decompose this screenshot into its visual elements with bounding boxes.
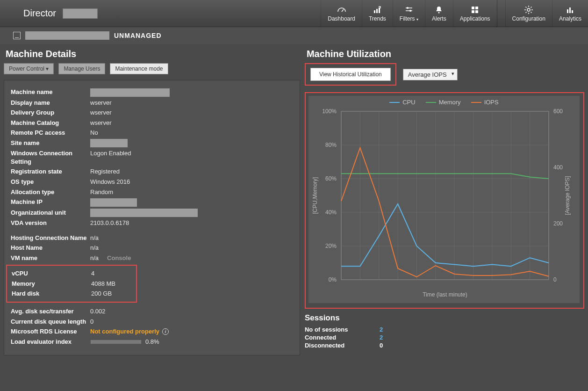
svg-rect-10 — [475, 7, 478, 9]
label-load: Load evaluator index — [11, 338, 90, 346]
value-rds: Not configured properly — [90, 327, 159, 336]
svg-line-0 — [342, 9, 344, 12]
svg-text:Time (last minute): Time (last minute) — [423, 291, 467, 298]
label-connected: Connected — [305, 334, 380, 341]
value-hard-disk: 200 GB — [91, 290, 112, 298]
label-rds: Microsoft RDS License — [11, 327, 90, 336]
svg-line-18 — [526, 7, 527, 7]
nav-configuration[interactable]: Configuration — [505, 0, 552, 27]
svg-text:[Average IOPS]: [Average IOPS] — [564, 176, 571, 215]
nav-dashboard[interactable]: Dashboard — [321, 0, 362, 27]
label-org-unit: Organizational unit — [11, 209, 90, 217]
label-reg-state: Registration state — [11, 167, 90, 176]
value-alloc-type: Random — [90, 188, 113, 196]
value-machine-catalog: wserver — [90, 119, 112, 127]
label-machine-name: Machine name — [11, 88, 90, 97]
svg-text:600: 600 — [553, 108, 563, 115]
svg-point-13 — [527, 8, 530, 11]
value-host-conn: n/a — [90, 234, 99, 242]
view-historical-highlight: View Historical Utilization — [305, 63, 396, 86]
svg-rect-22 — [567, 9, 568, 13]
power-control-button[interactable]: Power Control ▾ — [4, 63, 54, 74]
value-reg-state: Registered — [90, 167, 120, 176]
view-historical-button[interactable]: View Historical Utilization — [310, 68, 391, 81]
nav-label: Analytics — [559, 15, 581, 22]
utilization-controls: View Historical Utilization Average IOPS — [305, 63, 584, 86]
unmanaged-badge: UNMANAGED — [114, 32, 162, 39]
nav-alerts[interactable]: Alerts — [425, 0, 453, 27]
svg-text:200: 200 — [553, 220, 563, 227]
svg-text:40%: 40% — [325, 209, 337, 216]
console-link[interactable]: Console — [107, 254, 131, 261]
value-remote-pc: No — [90, 129, 98, 137]
machine-actions-row: Power Control ▾ Manage Users Maintenance… — [4, 63, 300, 74]
value-vm-name: n/a — [90, 254, 99, 261]
value-display-name: wserver — [90, 99, 112, 107]
filter-icon — [404, 5, 414, 14]
label-hard-disk: Hard disk — [12, 290, 91, 298]
value-load: 0.8% — [145, 338, 159, 345]
svg-text:[CPU,Memory]: [CPU,Memory] — [312, 177, 318, 214]
legend-memory: Memory — [439, 99, 461, 106]
nav-applications[interactable]: Applications — [453, 0, 497, 27]
value-avg-disk: 0.002 — [90, 307, 106, 316]
svg-text:0: 0 — [553, 276, 557, 283]
apps-grid-icon — [470, 5, 480, 14]
nav-analytics[interactable]: Analytics — [552, 0, 588, 27]
svg-text:100%: 100% — [322, 108, 337, 115]
resources-highlight: vCPU4 Memory4088 MB Hard disk200 GB — [6, 265, 137, 303]
value-disconnected: 0 — [380, 342, 383, 349]
label-machine-ip: Machine IP — [11, 198, 90, 207]
nav-label: Alerts — [432, 15, 446, 22]
brand-redacted — [63, 8, 98, 19]
machine-utilization-title: Machine Utilization — [305, 49, 584, 59]
label-memory: Memory — [12, 280, 91, 288]
svg-text:0%: 0% — [329, 276, 337, 283]
svg-point-7 — [409, 10, 411, 12]
gauge-icon — [337, 5, 346, 14]
label-num-sessions: No of sessions — [305, 326, 380, 333]
chart-legend: CPU Memory IOPS — [308, 96, 580, 107]
value-vcpu: 4 — [91, 269, 94, 278]
svg-rect-11 — [472, 10, 474, 13]
svg-rect-1 — [374, 10, 375, 13]
svg-line-20 — [531, 7, 532, 7]
label-queue: Current disk queue length — [11, 318, 90, 326]
value-connected: 2 — [380, 334, 383, 341]
primary-nav: Dashboard Trends Filters ▾ Alerts Applic… — [321, 0, 588, 27]
label-disconnected: Disconnected — [305, 342, 380, 349]
label-vda: VDA version — [11, 219, 90, 227]
svg-text:20%: 20% — [325, 243, 337, 249]
maintenance-mode-button[interactable]: Maintenance mode — [110, 63, 168, 74]
nav-filters[interactable]: Filters ▾ — [393, 0, 425, 27]
value-num-sessions: 2 — [380, 326, 383, 333]
machine-details-title: Machine Details — [4, 49, 300, 59]
machine-name-redacted — [25, 31, 109, 40]
analytics-icon — [566, 5, 575, 14]
bars-up-icon — [373, 5, 382, 14]
svg-line-21 — [526, 12, 527, 13]
label-avg-disk: Avg. disk sec/transfer — [11, 307, 90, 316]
load-progress — [90, 340, 142, 344]
svg-rect-9 — [472, 7, 474, 9]
brand-title: Director — [23, 8, 56, 19]
iops-select[interactable]: Average IOPS — [403, 69, 458, 80]
nav-label: Filters ▾ — [400, 15, 418, 22]
value-org-unit-redacted — [90, 209, 198, 217]
legend-iops: IOPS — [484, 99, 499, 106]
info-icon[interactable]: i — [162, 328, 169, 335]
value-site-name-redacted — [90, 139, 128, 147]
svg-rect-24 — [572, 10, 573, 13]
label-alloc-type: Allocation type — [11, 188, 90, 196]
label-vm-name: VM name — [11, 254, 90, 262]
label-delivery-group: Delivery Group — [11, 109, 90, 117]
svg-text:60%: 60% — [325, 175, 337, 182]
nav-label: Trends — [369, 15, 386, 22]
brand: Director — [0, 0, 98, 27]
sessions-title: Sessions — [305, 313, 584, 323]
sessions-panel: Sessions No of sessions2 Connected2 Disc… — [305, 313, 584, 349]
nav-trends[interactable]: Trends — [362, 0, 393, 27]
manage-users-button[interactable]: Manage Users — [58, 63, 105, 74]
svg-rect-3 — [379, 7, 380, 13]
svg-rect-12 — [475, 10, 478, 13]
